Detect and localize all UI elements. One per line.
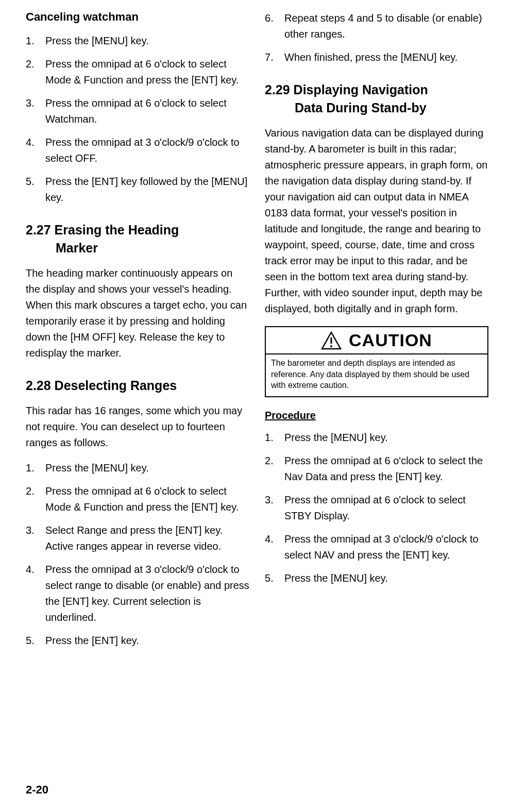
subheading-canceling-watchman: Canceling watchman (26, 10, 249, 24)
caution-box: CAUTION The barometer and depth displays… (265, 326, 488, 397)
list-deselect-ranges-cont: Repeat steps 4 and 5 to disable (or enab… (265, 10, 488, 65)
section-heading-227: 2.27 Erasing the Heading Marker (26, 221, 249, 257)
list-item: Press the [MENU] key. (26, 33, 249, 49)
list-item: Press the omnipad at 3 o'clock/9 o'clock… (26, 134, 249, 166)
heading-line: Marker (26, 239, 249, 257)
body-text: This radar has 16 ranges, some which you… (26, 403, 249, 451)
left-column: Canceling watchman Press the [MENU] key.… (26, 10, 249, 656)
list-item: Press the omnipad at 6 o'clock to select… (265, 492, 488, 524)
list-item: When finished, press the [MENU] key. (265, 49, 488, 65)
list-cancel-watchman: Press the [MENU] key. Press the omnipad … (26, 33, 249, 206)
caution-header: CAUTION (266, 327, 487, 354)
list-item: Repeat steps 4 and 5 to disable (or enab… (265, 10, 488, 42)
list-item: Press the omnipad at 6 o'clock to select… (26, 483, 249, 515)
list-deselect-ranges: Press the [MENU] key. Press the omnipad … (26, 460, 249, 649)
page-number: 2-20 (26, 783, 48, 797)
caution-body: The barometer and depth displays are int… (266, 354, 487, 396)
list-item: Press the omnipad at 6 o'clock to select… (265, 453, 488, 485)
list-item: Press the [MENU] key. (265, 430, 488, 446)
list-item: Press the omnipad at 6 o'clock to select… (26, 95, 249, 127)
right-column: Repeat steps 4 and 5 to disable (or enab… (265, 10, 488, 656)
list-item: Press the omnipad at 3 o'clock/9 o'clock… (26, 562, 249, 625)
svg-point-2 (330, 345, 332, 347)
list-item: Press the [MENU] key. (26, 460, 249, 476)
warning-triangle-icon (321, 331, 342, 350)
section-heading-228: 2.28 Deselecting Ranges (26, 377, 249, 395)
list-item: Select Range and press the [ENT] key. Ac… (26, 522, 249, 554)
list-item: Press the omnipad at 3 o'clock/9 o'clock… (265, 531, 488, 563)
list-item: Press the [MENU] key. (265, 570, 488, 586)
body-text: The heading marker continuously appears … (26, 265, 249, 361)
section-heading-229: 2.29 Displaying Navigation Data During S… (265, 81, 488, 117)
heading-line: 2.29 Displaying Navigation (265, 82, 428, 97)
caution-title: CAUTION (349, 330, 432, 350)
procedure-heading: Procedure (265, 410, 488, 421)
list-item: Press the omnipad at 6 o'clock to select… (26, 56, 249, 88)
body-text: Various navigation data can be displayed… (265, 125, 488, 317)
list-item: Press the [ENT] key. (26, 633, 249, 649)
heading-line: 2.27 Erasing the Heading (26, 223, 179, 237)
heading-line: Data During Stand-by (265, 99, 488, 117)
list-item: Press the [ENT] key followed by the [MEN… (26, 174, 249, 206)
list-procedure: Press the [MENU] key. Press the omnipad … (265, 430, 488, 586)
